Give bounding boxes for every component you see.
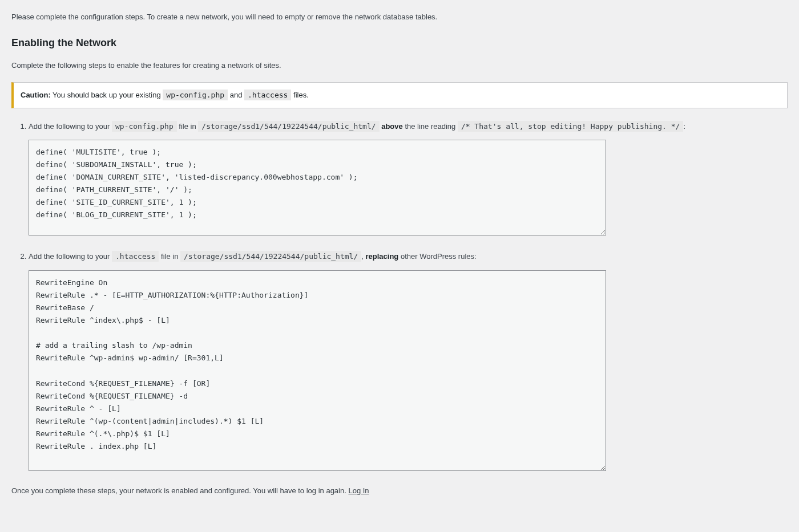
section-subtext: Complete the following steps to enable t… [11,60,788,71]
step-2-text: Add the following to your .htaccess file… [29,250,788,263]
caution-middle: and [228,91,244,99]
wpconfig-textarea[interactable] [29,140,606,235]
footer-text: Once you complete these steps, your netw… [11,485,788,497]
htaccess-code: .htaccess [244,90,291,100]
wpconfig-code: wp-config.php [163,90,228,100]
caution-text: Caution: You should back up your existin… [21,90,780,101]
login-link[interactable]: Log In [348,486,369,495]
step2-path: /storage/ssd1/544/19224544/public_html/ [180,251,361,262]
step-1-text: Add the following to your wp-config.php … [29,120,788,133]
step1-linereading: the line reading [403,122,458,131]
htaccess-textarea[interactable] [29,270,606,471]
caution-after: files. [291,91,308,99]
step1-above: above [381,122,403,131]
footer-message: Once you complete these steps, your netw… [11,486,348,495]
step1-before: Add the following to your [29,122,112,131]
step2-filein: file in [159,252,180,261]
step1-filein: file in [177,122,199,131]
step-1: Add the following to your wp-config.php … [29,120,788,239]
step1-file: wp-config.php [112,121,177,132]
step1-path: /storage/ssd1/544/19224544/public_html/ [198,121,379,132]
steps-list: Add the following to your wp-config.php … [11,120,788,474]
caution-before: You should back up your existing [51,91,163,99]
step2-comma: , [361,252,365,261]
intro-text: Please complete the configuration steps.… [11,11,788,23]
section-heading: Enabling the Network [11,35,788,51]
step-2: Add the following to your .htaccess file… [29,250,788,474]
caution-label: Caution: [21,91,51,99]
step1-colon: : [683,122,685,131]
step2-file: .htaccess [112,251,159,262]
caution-notice: Caution: You should back up your existin… [11,82,788,108]
step2-after: other WordPress rules: [398,252,476,261]
step1-stopline: /* That's all, stop editing! Happy publi… [458,121,684,132]
step2-replacing: replacing [366,252,399,261]
step2-before: Add the following to your [29,252,112,261]
